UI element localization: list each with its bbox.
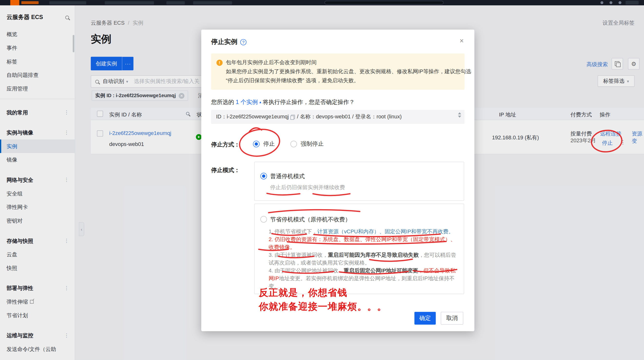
selected-instance-row: ID：i-2ze6f225owewge1eumqj / 名称：devops-we…	[211, 110, 464, 124]
scroll-down-icon[interactable]	[458, 116, 461, 118]
instance-id-text: ID：i-2ze6f225owewge1eumqj	[216, 113, 289, 121]
saving-mode-label: 节省停机模式（原停机不收费）	[270, 216, 351, 223]
list-scroll-arrows[interactable]	[458, 112, 461, 118]
chevron-up-icon[interactable]: ▴	[259, 100, 261, 104]
normal-stop-mode-box[interactable]: 普通停机模式 停止后仍旧保留实例并继续收费	[254, 161, 464, 201]
selected-count-link[interactable]: 1 个实例	[236, 99, 258, 105]
radio-selected-icon[interactable]	[260, 173, 267, 179]
confirm-button[interactable]: 确定	[414, 312, 436, 325]
selection-summary: 您所选的 1 个实例 ▴ 将执行停止操作，您是否确定操作？	[211, 99, 355, 106]
help-icon[interactable]: ?	[240, 39, 246, 45]
stop-method-label: 停止方式：	[211, 141, 240, 148]
modal-title: 停止实例	[211, 38, 237, 46]
notice-line: 包年包月实例停止后不会改变到期时间	[226, 58, 317, 67]
notice-line: “停止后仍旧保留实例并继续收费” 选项，避免启动失败。	[226, 76, 359, 85]
handwritten-note-line2: 你就准备迎接一堆麻烦。。。	[259, 300, 387, 313]
radio-option-force-stop[interactable]: 强制停止	[290, 140, 324, 148]
radio-selected-icon[interactable]	[253, 141, 260, 147]
radio-option-stop[interactable]: 停止	[253, 140, 274, 148]
stop-mode-label: 停止模式：	[211, 167, 240, 174]
radio-unselected-icon[interactable]	[260, 216, 267, 223]
saving-detail-1: 1. 停机节省模式下，计算资源（vCPU和内存）、固定公网IP和带宽不再收费。	[268, 228, 460, 235]
radio-unselected-icon[interactable]	[290, 141, 297, 147]
modal-title-row: 停止实例 ?	[211, 38, 246, 46]
warning-icon: !	[216, 60, 222, 66]
normal-mode-desc: 停止后仍旧保留实例并继续收费	[270, 184, 345, 191]
copy-icon[interactable]	[290, 115, 294, 119]
saving-stop-mode-box[interactable]: 节省停机模式（原停机不收费） 1. 停机节省模式下，计算资源（vCPU和内存）、…	[254, 204, 464, 294]
saving-mode-details: 1. 停机节省模式下，计算资源（vCPU和内存）、固定公网IP和带宽不再收费。 …	[268, 228, 460, 290]
cancel-button[interactable]: 取消	[441, 312, 464, 325]
warning-notice: ! 包年包月实例停止后不会改变到期时间 如果您停止实例是为了更换操作系统、重新初…	[211, 54, 464, 90]
stop-instance-modal: 停止实例 ? × ! 包年包月实例停止后不会改变到期时间 如果您停止实例是为了更…	[201, 30, 474, 331]
saving-detail-2: 2. 仍旧收费的资源有：系统盘、数据盘、弹性公网IP和带宽（固定带宽模式）、收费…	[268, 235, 460, 251]
notice-line: 如果您停止实例是为了更换操作系统、重新初始化云盘、更改实例规格、修改私网IP等操…	[226, 67, 471, 76]
handwritten-note-line1: 反正就是，你想省钱	[259, 286, 348, 299]
scroll-up-icon[interactable]	[458, 112, 461, 114]
saving-detail-3: 3. 由于计算资源被回收，重启后可能因为库存不足导致启动失败，您可以稍后尝试再次…	[268, 251, 460, 267]
normal-mode-label: 普通停机模式	[270, 173, 305, 180]
instance-meta-text: / 名称：devops-web01 / 登录名：root (linux)	[297, 113, 402, 121]
page: 云服务器 ECS 概览 事件 标签 自助问题排查 应用管理 我的常用 ⋮ 实例与…	[0, 0, 644, 360]
stop-method-options: 停止 强制停止	[253, 140, 324, 148]
close-icon[interactable]: ×	[460, 37, 464, 45]
